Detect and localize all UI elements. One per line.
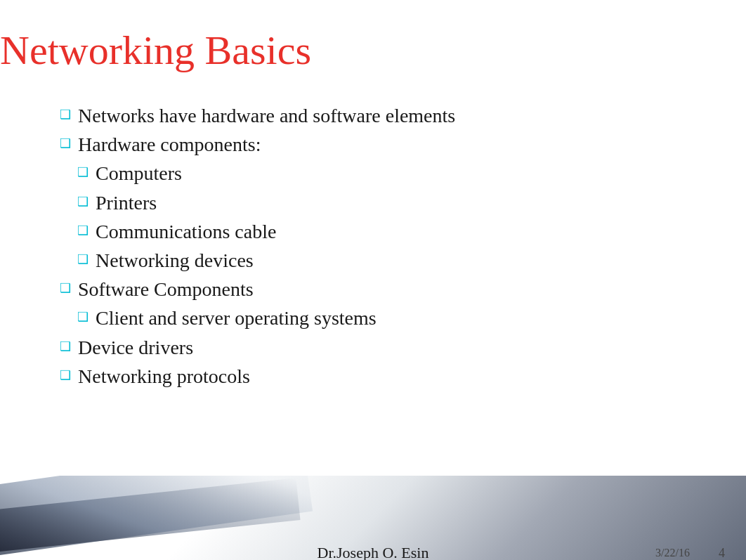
- list-item-text: Communications cable: [96, 218, 276, 245]
- list-item-text: Networking devices: [96, 247, 254, 274]
- bullet-icon: ❑: [60, 280, 71, 297]
- list-item-text: Client and server operating systems: [96, 304, 377, 332]
- footer-author: Dr.Joseph O. Esin: [318, 544, 429, 560]
- footer-page: 4: [719, 546, 725, 561]
- list-item: ❑ Printers: [39, 189, 704, 216]
- bullet-icon: ❑: [77, 164, 89, 181]
- list-item: ❑ Client and server operating systems: [39, 304, 704, 332]
- bullet-icon: ❑: [60, 135, 71, 152]
- slide-title: Networking Basics: [0, 0, 746, 95]
- list-item: ❑ Computers: [39, 159, 704, 187]
- bullet-icon: ❑: [60, 367, 71, 384]
- slide: Networking Basics ❑ Networks have hardwa…: [0, 0, 746, 560]
- bullet-icon: ❑: [77, 222, 89, 240]
- list-item-text: Computers: [96, 159, 182, 187]
- footer-date: 3/22/16: [655, 547, 690, 559]
- list-item-text: Device drivers: [78, 334, 193, 361]
- list-item: ❑ Device drivers: [39, 334, 704, 361]
- bullet-icon: ❑: [77, 308, 89, 326]
- list-item: ❑ Networking devices: [39, 247, 704, 274]
- list-item-text: Networks have hardware and software elem…: [78, 102, 455, 129]
- list-item-text: Hardware components:: [78, 131, 261, 158]
- list-item: ❑ Hardware components:: [39, 131, 704, 158]
- bullet-icon: ❑: [60, 338, 71, 356]
- list-item: ❑ Communications cable: [39, 218, 704, 245]
- list-item: ❑ Networks have hardware and software el…: [39, 102, 704, 129]
- list-item-text: Printers: [96, 189, 157, 216]
- bullet-icon: ❑: [77, 251, 89, 268]
- list-item: ❑ Software Components: [39, 275, 704, 303]
- list-item-text: Networking protocols: [78, 363, 250, 390]
- bullet-icon: ❑: [60, 106, 71, 124]
- bullet-icon: ❑: [77, 193, 89, 211]
- list-item-text: Software Components: [78, 275, 254, 303]
- list-item: ❑ Networking protocols: [39, 363, 704, 390]
- content-area: ❑ Networks have hardware and software el…: [0, 95, 746, 390]
